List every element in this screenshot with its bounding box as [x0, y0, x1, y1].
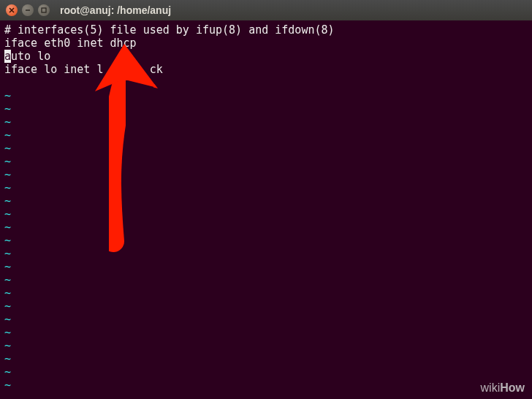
tilde-line: ~: [4, 155, 11, 168]
tilde-line: ~: [4, 102, 11, 115]
close-button[interactable]: [6, 4, 18, 16]
tilde-line: ~: [4, 168, 11, 181]
svg-rect-0: [42, 8, 46, 12]
window-title: root@anuj: /home/anuj: [60, 4, 171, 16]
tilde-line: ~: [4, 115, 11, 129]
watermark: wikiHow: [481, 381, 525, 395]
tilde-line: ~: [4, 326, 11, 339]
tilde-line: ~: [4, 221, 11, 234]
watermark-part2: How: [500, 381, 525, 394]
terminal-line-1: # interfaces(5) file used by ifup(8) and…: [4, 23, 335, 37]
tilde-line: ~: [4, 379, 11, 392]
window-controls: [6, 4, 50, 16]
maximize-button[interactable]: [38, 4, 50, 16]
terminal-line-4-before: iface lo inet l: [4, 63, 103, 76]
tilde-line: ~: [4, 260, 11, 273]
tilde-line: ~: [4, 234, 11, 247]
tilde-line: ~: [4, 313, 11, 326]
titlebar: root@anuj: /home/anuj: [0, 0, 532, 20]
minimize-button[interactable]: [22, 4, 34, 16]
tilde-line: ~: [4, 286, 11, 300]
tilde-line: ~: [4, 89, 11, 102]
tilde-line: ~: [4, 208, 11, 221]
terminal-line-3-rest: uto lo: [11, 50, 50, 63]
tilde-line: ~: [4, 194, 11, 208]
terminal-line-2: iface eth0 inet dhcp: [4, 37, 137, 50]
tilde-line: ~: [4, 247, 11, 260]
tilde-line: ~: [4, 273, 11, 286]
watermark-part1: wiki: [481, 381, 501, 394]
tilde-line: ~: [4, 339, 11, 352]
tilde-line: ~: [4, 142, 11, 155]
tilde-line: ~: [4, 129, 11, 142]
tilde-line: ~: [4, 300, 11, 313]
cursor: a: [4, 50, 11, 63]
terminal-body[interactable]: # interfaces(5) file used by ifup(8) and…: [0, 20, 532, 395]
tilde-line: ~: [4, 365, 11, 379]
tilde-line: ~: [4, 352, 11, 365]
tilde-line: ~: [4, 181, 11, 194]
terminal-window: root@anuj: /home/anuj # interfaces(5) fi…: [0, 0, 532, 399]
terminal-line-4-after: ck: [150, 63, 163, 76]
